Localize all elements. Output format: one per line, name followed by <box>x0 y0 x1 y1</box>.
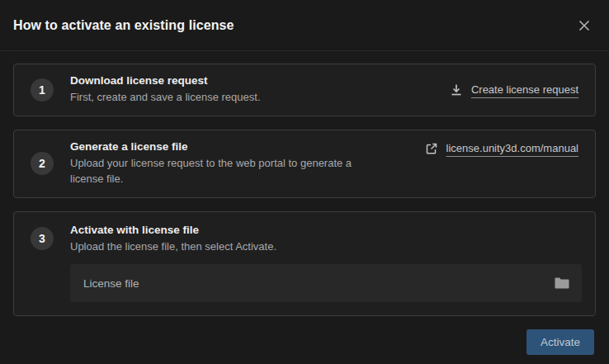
step-description: Upload your license request to the web p… <box>70 156 385 187</box>
step-card-download-request: 1 Download license request First, create… <box>13 64 596 116</box>
license-portal-label: license.unity3d.com/manual <box>446 142 578 154</box>
dialog-footer: Activate <box>0 329 609 364</box>
license-portal-link[interactable]: license.unity3d.com/manual <box>425 142 578 155</box>
step-description: First, create and save a license request… <box>70 90 261 106</box>
create-license-request-link[interactable]: Create license request <box>450 83 578 97</box>
download-icon <box>450 83 463 97</box>
folder-icon[interactable] <box>554 277 570 290</box>
step-card-activate: 3 Activate with license file Upload the … <box>13 211 596 317</box>
license-file-input[interactable]: License file <box>70 264 582 302</box>
activate-button[interactable]: Activate <box>526 329 594 355</box>
external-link-icon <box>425 142 438 155</box>
step-title: Download license request <box>70 74 261 87</box>
create-license-request-label: Create license request <box>471 83 578 96</box>
step-title: Activate with license file <box>70 224 276 236</box>
close-button[interactable] <box>574 16 594 35</box>
step-card-generate-file: 2 Generate a license file Upload your li… <box>13 130 596 198</box>
step-title: Generate a license file <box>70 140 385 153</box>
step-text: Generate a license file Upload your lice… <box>70 140 385 187</box>
step-number-badge: 2 <box>31 152 54 175</box>
step-text: Download license request First, create a… <box>70 74 261 106</box>
dialog-title: How to activate an existing license <box>13 18 234 33</box>
license-file-placeholder: License file <box>83 277 554 290</box>
close-icon <box>578 19 591 32</box>
step-number-badge: 3 <box>31 227 54 250</box>
step-description: Upload the license file, then select Act… <box>70 239 276 255</box>
step-row: 3 Activate with license file Upload the … <box>31 224 582 255</box>
step-number-badge: 1 <box>31 78 54 102</box>
dialog-header: How to activate an existing license <box>0 0 609 51</box>
dialog-body: 1 Download license request First, create… <box>0 51 609 329</box>
step-text: Activate with license file Upload the li… <box>70 224 276 255</box>
activate-license-dialog: How to activate an existing license 1 Do… <box>0 0 609 364</box>
